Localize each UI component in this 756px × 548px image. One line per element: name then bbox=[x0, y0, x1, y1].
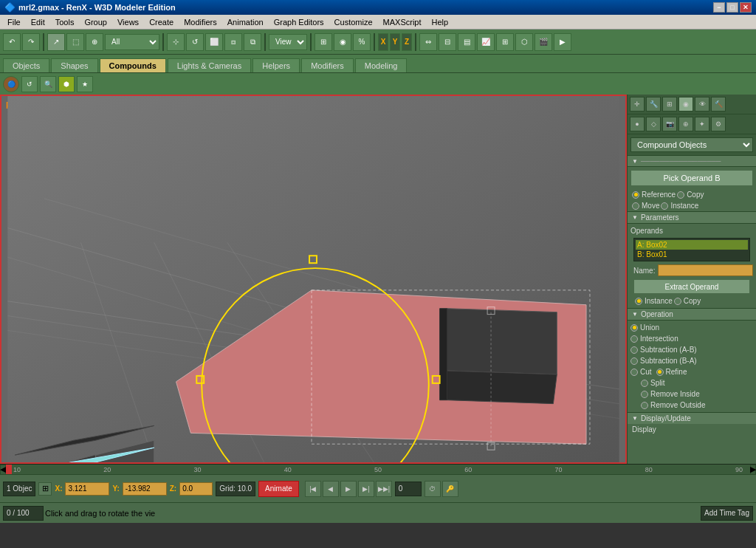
object-count-toggle[interactable]: ⊞ bbox=[38, 482, 52, 496]
undo-button[interactable]: ↶ bbox=[3, 33, 21, 51]
percent-snap-button[interactable]: % bbox=[353, 33, 371, 51]
redo-button[interactable]: ↷ bbox=[22, 33, 40, 51]
tab-modeling[interactable]: Modeling bbox=[355, 58, 408, 72]
compound-objects-dropdown[interactable]: Compound Objects bbox=[630, 137, 753, 152]
parameters-section-header[interactable]: ▼ Parameters bbox=[628, 211, 756, 224]
radio-instance[interactable]: Instance bbox=[661, 202, 698, 210]
panel-tab-display[interactable]: 👁 bbox=[695, 97, 709, 112]
radio-subtraction-ab[interactable]: Subtraction (A-B) bbox=[630, 344, 753, 355]
sec-btn-1[interactable]: 🔵 bbox=[3, 76, 19, 92]
time-config[interactable]: ⏱ bbox=[425, 481, 441, 497]
extract-operand-button[interactable]: Extract Operand bbox=[633, 279, 750, 294]
quick-render[interactable]: ▶ bbox=[554, 33, 571, 51]
select-squash-button[interactable]: ⧉ bbox=[244, 33, 261, 51]
menu-animation[interactable]: Animation bbox=[223, 17, 268, 27]
close-button[interactable]: ✕ bbox=[740, 2, 752, 13]
tab-modifiers[interactable]: Modifiers bbox=[301, 58, 354, 72]
radio-remove-outside[interactable]: Remove Outside bbox=[630, 400, 753, 411]
display-update-header[interactable]: ▼ Display/Update bbox=[628, 412, 756, 424]
radio-instance-2[interactable]: Instance bbox=[635, 297, 673, 305]
add-time-tag[interactable]: Add Time Tag bbox=[701, 506, 753, 521]
y-input[interactable] bbox=[123, 482, 167, 496]
maximize-button[interactable]: □ bbox=[726, 2, 738, 13]
radio-move[interactable]: Move bbox=[632, 202, 659, 210]
minimize-button[interactable]: − bbox=[713, 2, 725, 13]
play-button[interactable]: ▶ bbox=[340, 481, 357, 497]
radio-subtraction-ba[interactable]: Subtraction (B-A) bbox=[630, 355, 753, 366]
menu-modifiers[interactable]: Modifiers bbox=[179, 17, 221, 27]
radio-split[interactable]: Split bbox=[630, 377, 753, 388]
next-frame[interactable]: ▶| bbox=[358, 481, 374, 497]
sec-btn-5[interactable]: ★ bbox=[77, 76, 93, 92]
mirror-button[interactable]: ⇔ bbox=[419, 33, 437, 51]
menu-edit[interactable]: Edit bbox=[27, 17, 49, 27]
pick-operand-b-button[interactable]: Pick Operand B bbox=[630, 170, 753, 186]
z-input[interactable] bbox=[179, 482, 213, 496]
select-tool[interactable]: ⊹ bbox=[167, 33, 185, 51]
tab-lights-cameras[interactable]: Lights & Cameras bbox=[168, 58, 251, 72]
select-nonuniform-button[interactable]: ⧈ bbox=[224, 33, 242, 51]
menu-maxscript[interactable]: MAXScript bbox=[379, 17, 426, 27]
layer-button[interactable]: ▤ bbox=[458, 33, 475, 51]
panel-tab-helper[interactable]: ⊕ bbox=[678, 117, 693, 131]
radio-copy-2[interactable]: Copy bbox=[674, 297, 701, 305]
tab-objects[interactable]: Objects bbox=[3, 58, 49, 72]
panel-tab-cam[interactable]: 📷 bbox=[662, 117, 677, 131]
sec-btn-3[interactable]: 🔍 bbox=[40, 76, 56, 92]
timeline-track[interactable]: 10 20 30 40 50 60 70 80 90 bbox=[6, 465, 750, 474]
select-rotate-button[interactable]: ↺ bbox=[186, 33, 204, 51]
snap-button[interactable]: ⊞ bbox=[315, 33, 332, 51]
viewport[interactable]: Perspective bbox=[0, 95, 627, 464]
x-input[interactable] bbox=[65, 482, 109, 496]
select-region-button[interactable]: ⬚ bbox=[66, 33, 84, 51]
select-scale-button[interactable]: ⬜ bbox=[205, 33, 223, 51]
timeline-next[interactable]: ▶ bbox=[750, 465, 756, 475]
section-header-top[interactable]: ▼ ───────────────── bbox=[628, 155, 756, 167]
radio-union[interactable]: Union bbox=[630, 322, 753, 333]
panel-tab-hierarchy[interactable]: ⊞ bbox=[662, 97, 677, 112]
schematic-view[interactable]: ⊞ bbox=[496, 33, 514, 51]
align-button[interactable]: ⊟ bbox=[439, 33, 456, 51]
tab-shapes[interactable]: Shapes bbox=[51, 58, 97, 72]
menu-group[interactable]: Group bbox=[80, 17, 111, 27]
menu-views[interactable]: Views bbox=[113, 17, 143, 27]
play-prev-key[interactable]: |◀ bbox=[305, 481, 321, 497]
panel-tab-motion[interactable]: ◉ bbox=[678, 97, 693, 112]
menu-file[interactable]: File bbox=[3, 17, 25, 27]
view-dropdown[interactable]: View bbox=[269, 34, 307, 50]
operand-a[interactable]: A: Box02 bbox=[636, 240, 748, 250]
radio-cut[interactable]: Cut bbox=[630, 368, 652, 376]
prev-frame[interactable]: ◀ bbox=[323, 481, 339, 497]
angle-snap-button[interactable]: ◉ bbox=[334, 33, 351, 51]
panel-tab-utilities[interactable]: 🔨 bbox=[711, 97, 726, 112]
panel-tab-sys[interactable]: ⚙ bbox=[711, 117, 726, 131]
panel-tab-shape[interactable]: ◇ bbox=[646, 117, 661, 131]
radio-refine[interactable]: Refine bbox=[656, 368, 687, 376]
render-scene[interactable]: 🎬 bbox=[535, 33, 552, 51]
last-frame[interactable]: ▶▶| bbox=[376, 481, 392, 497]
filter-btn[interactable]: 🔑 bbox=[442, 481, 458, 497]
radio-remove-inside[interactable]: Remove Inside bbox=[630, 388, 753, 400]
timeline-prev[interactable]: ◀ bbox=[0, 465, 6, 475]
operation-section-header[interactable]: ▼ Operation bbox=[628, 308, 756, 321]
material-editor[interactable]: ⬡ bbox=[515, 33, 533, 51]
menu-create[interactable]: Create bbox=[145, 17, 178, 27]
menu-customize[interactable]: Customize bbox=[330, 17, 377, 27]
selection-filter[interactable]: All Geometry bbox=[105, 34, 159, 50]
menu-graph-editors[interactable]: Graph Editors bbox=[269, 17, 329, 27]
radio-intersection[interactable]: Intersection bbox=[630, 333, 753, 344]
sec-btn-2[interactable]: ↺ bbox=[21, 76, 38, 92]
name-input[interactable] bbox=[658, 264, 753, 276]
operand-b[interactable]: B: Box01 bbox=[636, 250, 748, 259]
panel-tab-create[interactable]: ✛ bbox=[630, 97, 645, 112]
radio-copy[interactable]: Copy bbox=[677, 191, 704, 199]
curve-editor[interactable]: 📈 bbox=[477, 33, 495, 51]
animate-button[interactable]: Animate bbox=[258, 481, 299, 497]
select-object-button[interactable]: ↗ bbox=[47, 33, 65, 51]
menu-help[interactable]: Help bbox=[427, 17, 453, 27]
menu-tools[interactable]: Tools bbox=[51, 17, 79, 27]
select-all-button[interactable]: ⊕ bbox=[86, 33, 103, 51]
panel-tab-modify[interactable]: 🔧 bbox=[646, 97, 661, 112]
panel-tab-space[interactable]: ✦ bbox=[695, 117, 709, 131]
panel-tab-geom[interactable]: ● bbox=[630, 117, 645, 131]
